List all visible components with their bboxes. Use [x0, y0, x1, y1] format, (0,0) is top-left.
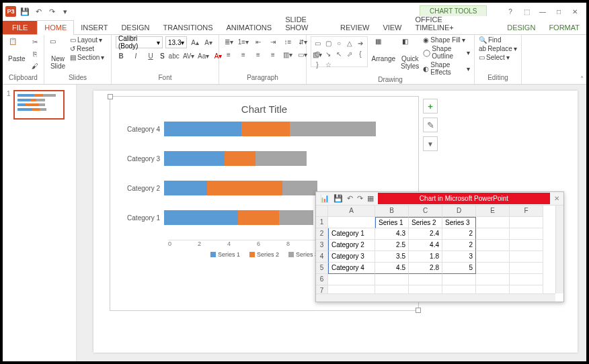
- chart-title[interactable]: Chart Title: [110, 97, 418, 122]
- col-header[interactable]: A: [328, 206, 375, 217]
- legend-item[interactable]: Series 1: [210, 251, 240, 258]
- cell[interactable]: 2: [442, 240, 476, 251]
- tab-chart-design[interactable]: DESIGN: [500, 21, 542, 34]
- justify-icon[interactable]: ≡: [268, 49, 278, 60]
- cell[interactable]: Category 3: [328, 251, 375, 263]
- reset-button[interactable]: ↺ Reset: [70, 45, 104, 52]
- row-header[interactable]: 4: [316, 251, 328, 263]
- shrink-font-icon[interactable]: A▾: [203, 37, 214, 48]
- bar-segment[interactable]: [164, 181, 207, 195]
- maximize-button[interactable]: □: [551, 6, 566, 17]
- change-case-icon[interactable]: Aa▾: [198, 50, 209, 61]
- bar-segment[interactable]: [164, 122, 241, 136]
- cell[interactable]: [510, 274, 543, 285]
- tab-view[interactable]: VIEW: [376, 21, 408, 34]
- cell[interactable]: 3: [442, 251, 476, 263]
- strike-icon[interactable]: S: [160, 52, 165, 60]
- underline-icon[interactable]: U: [145, 50, 156, 61]
- cell[interactable]: [476, 251, 510, 263]
- bar-segment[interactable]: [225, 151, 256, 166]
- arrange-button[interactable]: ▦ Arrange: [370, 36, 397, 64]
- minimize-button[interactable]: —: [535, 6, 550, 17]
- slide-thumbnail[interactable]: [13, 90, 65, 120]
- legend-item[interactable]: Series 3: [288, 251, 318, 258]
- sheet-chart-icon[interactable]: 📊: [320, 194, 329, 203]
- sheet-undo-icon[interactable]: ↶: [347, 194, 353, 203]
- layout-button[interactable]: ▭ Layout ▾: [70, 36, 104, 44]
- chart-data-sheet[interactable]: 📊 💾 ↶ ↷ ▦ Chart in Microsoft PowerPoint …: [315, 191, 564, 302]
- chart-styles-button[interactable]: ✎: [423, 118, 438, 132]
- col-header[interactable]: B: [375, 206, 409, 217]
- bar-segment[interactable]: [256, 151, 307, 166]
- replace-button[interactable]: ab Replace ▾: [479, 45, 517, 52]
- row-header[interactable]: 5: [316, 263, 328, 274]
- tab-animations[interactable]: ANIMATIONS: [220, 21, 279, 34]
- cell[interactable]: 1.8: [409, 251, 442, 263]
- cell[interactable]: 2.8: [409, 263, 442, 274]
- indent-left-icon[interactable]: ⇤: [253, 36, 264, 47]
- cell[interactable]: 4.5: [375, 263, 409, 274]
- paste-button[interactable]: 📋 Paste: [7, 36, 27, 64]
- row-header[interactable]: 3: [316, 240, 328, 251]
- bar-segment[interactable]: [164, 210, 238, 225]
- bar-segment[interactable]: [290, 122, 376, 136]
- undo-icon[interactable]: ↶: [34, 7, 43, 16]
- cell[interactable]: 4.4: [409, 240, 442, 251]
- bold-icon[interactable]: B: [116, 50, 126, 61]
- col-header[interactable]: D: [442, 206, 476, 217]
- indent-right-icon[interactable]: ⇥: [268, 36, 278, 47]
- char-spacing-icon[interactable]: AV▾: [184, 50, 194, 61]
- slide-canvas[interactable]: Chart Title Category 4Category 3Category…: [93, 91, 578, 353]
- cell[interactable]: 5: [442, 263, 476, 274]
- cell[interactable]: [476, 240, 510, 251]
- cell[interactable]: 3.5: [375, 251, 409, 263]
- shapes-gallery[interactable]: ▭▢○△➔⬡ ↘↖⬀{}☆: [311, 36, 368, 67]
- chart-elements-button[interactable]: +: [423, 99, 438, 113]
- copy-icon[interactable]: ⎘: [30, 48, 40, 59]
- cell[interactable]: [476, 228, 510, 240]
- cell[interactable]: [328, 274, 375, 285]
- cell[interactable]: [476, 263, 510, 274]
- sheet-table-icon[interactable]: ▦: [367, 194, 374, 203]
- cell[interactable]: [476, 274, 510, 285]
- bar-stack[interactable]: [164, 122, 405, 136]
- font-name-select[interactable]: Calibri (Body)▾: [116, 36, 163, 48]
- quick-styles-button[interactable]: ◧ Quick Styles: [399, 36, 420, 71]
- qat-dropdown-icon[interactable]: ▾: [61, 7, 70, 16]
- align-center-icon[interactable]: ≡: [238, 49, 249, 60]
- cell[interactable]: Series 1: [375, 217, 409, 228]
- grow-font-icon[interactable]: A▴: [190, 37, 200, 48]
- cell[interactable]: Series 3: [442, 217, 476, 228]
- col-header[interactable]: F: [510, 206, 543, 217]
- cell[interactable]: [510, 240, 543, 251]
- cell[interactable]: [510, 251, 543, 263]
- cell[interactable]: 4.3: [375, 228, 409, 240]
- collapse-ribbon-icon[interactable]: ˄: [580, 75, 584, 83]
- tab-chart-format[interactable]: FORMAT: [542, 21, 586, 34]
- tab-slideshow[interactable]: SLIDE SHOW: [278, 13, 333, 34]
- find-button[interactable]: 🔍 Find: [479, 36, 501, 44]
- cell[interactable]: [442, 274, 476, 285]
- chart-filters-button[interactable]: ▼: [423, 136, 438, 151]
- columns-icon[interactable]: ▥▾: [282, 49, 293, 60]
- cell[interactable]: Series 2: [409, 217, 442, 228]
- bullets-icon[interactable]: ≣▾: [223, 36, 234, 47]
- col-header[interactable]: E: [476, 206, 510, 217]
- sheet-hscrollbar[interactable]: [316, 293, 555, 302]
- tab-file[interactable]: FILE: [3, 21, 37, 34]
- row-header[interactable]: 2: [316, 228, 328, 240]
- tab-design[interactable]: DESIGN: [114, 21, 156, 34]
- format-painter-icon[interactable]: 🖌: [30, 60, 40, 71]
- sheet-save-icon[interactable]: 💾: [333, 194, 343, 203]
- bar-segment[interactable]: [282, 181, 317, 195]
- shape-effects-button[interactable]: ◐ Shape Effects ▾: [423, 61, 470, 76]
- close-button[interactable]: ✕: [567, 6, 582, 17]
- col-header[interactable]: [316, 206, 328, 217]
- cell[interactable]: [510, 263, 543, 274]
- bar-stack[interactable]: [164, 151, 405, 166]
- cell[interactable]: 2.4: [409, 228, 442, 240]
- select-button[interactable]: ▭ Select ▾: [479, 54, 510, 61]
- cell[interactable]: Category 1: [328, 228, 375, 240]
- row-header[interactable]: 6: [316, 274, 328, 285]
- sheet-redo-icon[interactable]: ↷: [357, 194, 363, 203]
